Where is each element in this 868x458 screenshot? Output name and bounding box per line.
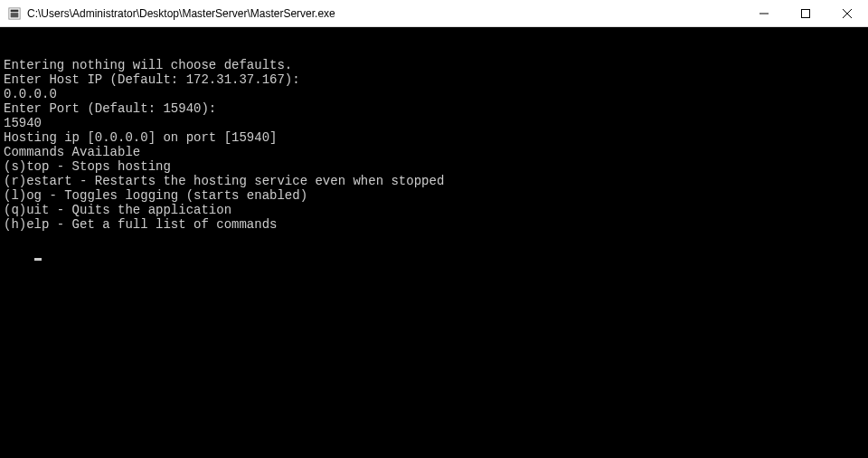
console-line: 15940 bbox=[4, 116, 864, 130]
console-line: Enter Host IP (Default: 172.31.37.167): bbox=[4, 72, 864, 87]
close-button[interactable] bbox=[826, 0, 868, 26]
app-icon bbox=[7, 6, 22, 21]
console-line: Hosting ip [0.0.0.0] on port [15940] bbox=[4, 130, 864, 145]
console-line: (r)estart - Restarts the hosting service… bbox=[4, 174, 864, 188]
console-window: C:\Users\Administrator\Desktop\MasterSer… bbox=[0, 0, 868, 458]
console-line: (l)og - Toggles logging (starts enabled) bbox=[4, 188, 864, 203]
window-title: C:\Users\Administrator\Desktop\MasterSer… bbox=[27, 7, 743, 20]
minimize-button[interactable] bbox=[743, 0, 785, 26]
maximize-button[interactable] bbox=[785, 0, 826, 26]
console-line: 0.0.0.0 bbox=[4, 87, 864, 101]
titlebar: C:\Users\Administrator\Desktop\MasterSer… bbox=[0, 0, 868, 27]
svg-rect-2 bbox=[11, 13, 19, 17]
svg-rect-4 bbox=[802, 9, 810, 17]
console-output[interactable]: Entering nothing will choose defaults.En… bbox=[0, 27, 868, 458]
console-line: (h)elp - Get a full list of commands bbox=[4, 217, 864, 232]
console-lines: Entering nothing will choose defaults.En… bbox=[4, 58, 864, 232]
svg-rect-1 bbox=[11, 9, 19, 12]
console-line: (q)uit - Quits the application bbox=[4, 203, 864, 217]
console-line: Enter Port (Default: 15940): bbox=[4, 101, 864, 116]
window-controls bbox=[743, 0, 868, 26]
text-cursor bbox=[34, 258, 42, 261]
console-line: (s)top - Stops hosting bbox=[4, 159, 864, 174]
console-line: Commands Available bbox=[4, 145, 864, 159]
console-line: Entering nothing will choose defaults. bbox=[4, 58, 864, 72]
